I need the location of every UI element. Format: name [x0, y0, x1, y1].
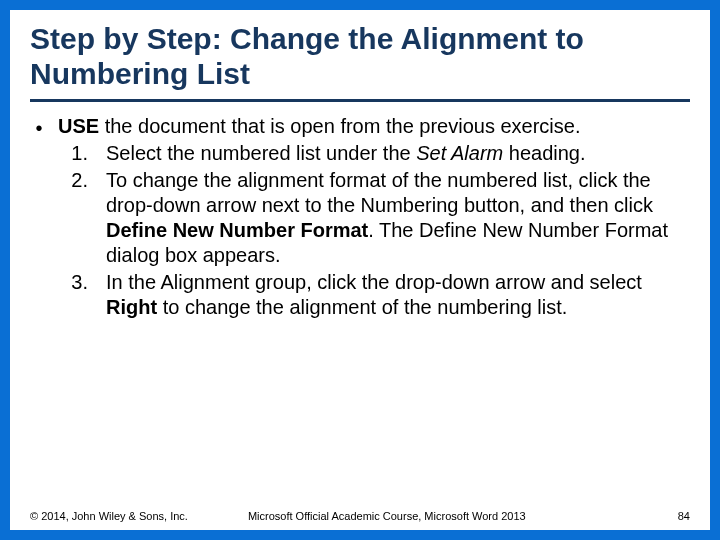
text-run: Select the numbered list under the	[106, 142, 416, 164]
step-text: Select the numbered list under the Set A…	[106, 141, 690, 166]
text-run: heading.	[509, 142, 586, 164]
step-row: 2. To change the alignment format of the…	[58, 168, 690, 268]
intro-use-label: USE	[58, 115, 99, 137]
slide: Step by Step: Change the Alignment to Nu…	[0, 0, 720, 540]
intro-rest: the document that is open from the previ…	[99, 115, 580, 137]
footer-copyright: © 2014, John Wiley & Sons, Inc.	[30, 510, 188, 522]
text-run: Set Alarm	[416, 142, 509, 164]
slide-body: • USE the document that is open from the…	[30, 114, 690, 320]
title-underline	[30, 99, 690, 102]
step-text: In the Alignment group, click the drop-d…	[106, 270, 690, 320]
bullet-icon: •	[34, 114, 44, 320]
footer: © 2014, John Wiley & Sons, Inc. Microsof…	[30, 510, 690, 522]
step-row: 3. In the Alignment group, click the dro…	[58, 270, 690, 320]
step-row: 1. Select the numbered list under the Se…	[58, 141, 690, 166]
text-run: Right	[106, 296, 163, 318]
step-number: 3.	[58, 270, 88, 320]
text-run: In the Alignment group, click the drop-d…	[106, 271, 642, 293]
footer-page-number: 84	[678, 510, 690, 522]
step-number: 2.	[58, 168, 88, 268]
text-run: to change the alignment of the numbering…	[163, 296, 568, 318]
footer-course: Microsoft Official Academic Course, Micr…	[188, 510, 678, 522]
step-text: To change the alignment format of the nu…	[106, 168, 690, 268]
intro-content: USE the document that is open from the p…	[58, 114, 690, 320]
step-number: 1.	[58, 141, 88, 166]
intro-bullet: • USE the document that is open from the…	[34, 114, 690, 320]
slide-title: Step by Step: Change the Alignment to Nu…	[30, 22, 690, 91]
intro-line: USE the document that is open from the p…	[58, 114, 690, 139]
text-run: Define New Number Format	[106, 219, 368, 241]
text-run: To change the alignment format of the nu…	[106, 169, 653, 216]
